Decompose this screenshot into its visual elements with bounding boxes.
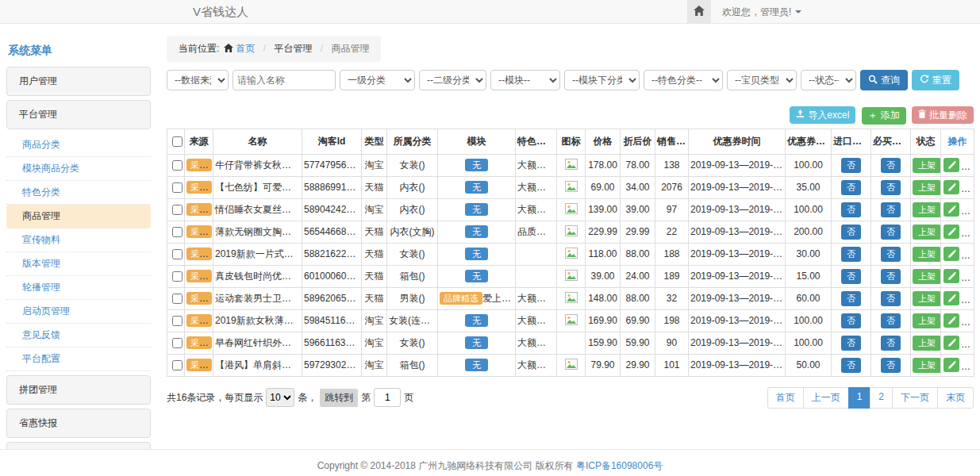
row-checkbox[interactable] bbox=[172, 271, 183, 282]
item-type-select[interactable]: --宝贝类型-- bbox=[727, 70, 797, 90]
status-button[interactable]: 上架 bbox=[913, 269, 941, 284]
user-menu[interactable]: 欢迎您，管理员! bbox=[722, 6, 801, 19]
status-button[interactable]: 上架 bbox=[913, 291, 941, 306]
import-select-toggle[interactable]: 否 bbox=[841, 202, 861, 217]
level1-category-select[interactable]: 一级分类 bbox=[340, 70, 415, 90]
edit-button[interactable] bbox=[943, 158, 959, 172]
edit-button[interactable] bbox=[943, 225, 959, 239]
edit-button[interactable] bbox=[943, 291, 959, 305]
status-button[interactable]: 上架 bbox=[913, 358, 941, 373]
row-checkbox[interactable] bbox=[172, 249, 183, 259]
page-button-末页[interactable]: 末页 bbox=[937, 387, 974, 409]
sidebar-item-意见反馈[interactable]: 意见反馈 bbox=[6, 324, 151, 347]
sidebar-section-拼团管理[interactable]: 拼团管理 bbox=[6, 375, 151, 405]
row-checkbox[interactable] bbox=[172, 316, 183, 326]
sidebar-section-用户管理[interactable]: 用户管理 bbox=[6, 67, 151, 96]
row-checkbox[interactable] bbox=[172, 205, 183, 215]
import-select-toggle[interactable]: 否 bbox=[841, 358, 861, 373]
import-excel-button[interactable]: 导入excel bbox=[790, 106, 855, 124]
row-checkbox[interactable] bbox=[172, 294, 183, 304]
row-checkbox[interactable] bbox=[172, 338, 183, 348]
sidebar-item-宣传物料[interactable]: 宣传物料 bbox=[6, 228, 151, 252]
status-button[interactable]: 上架 bbox=[913, 180, 941, 195]
module-none-badge[interactable]: 无 bbox=[465, 181, 488, 194]
row-checkbox[interactable] bbox=[172, 182, 183, 193]
edit-button[interactable] bbox=[943, 269, 959, 283]
module-subcategory-select[interactable]: --模块下分类-- bbox=[564, 70, 640, 90]
module-select[interactable]: --模块-- bbox=[490, 70, 560, 90]
data-source-select[interactable]: --数据来源-- bbox=[167, 70, 229, 90]
page-button-1[interactable]: 1 bbox=[848, 387, 871, 409]
row-checkbox[interactable] bbox=[172, 227, 183, 237]
import-select-toggle[interactable]: 否 bbox=[841, 336, 861, 351]
import-select-toggle[interactable]: 否 bbox=[841, 247, 861, 262]
row-checkbox[interactable] bbox=[172, 360, 183, 370]
must-buy-toggle[interactable]: 否 bbox=[881, 202, 901, 217]
sidebar-section-消息管理[interactable]: 消息管理 bbox=[6, 442, 151, 449]
page-button-2[interactable]: 2 bbox=[870, 387, 893, 409]
must-buy-toggle[interactable]: 否 bbox=[881, 180, 901, 195]
status-button[interactable]: 上架 bbox=[913, 202, 941, 217]
must-buy-toggle[interactable]: 否 bbox=[881, 313, 901, 328]
must-buy-toggle[interactable]: 否 bbox=[881, 336, 901, 351]
edit-button[interactable] bbox=[943, 358, 959, 372]
sidebar-item-启动页管理[interactable]: 启动页管理 bbox=[6, 300, 151, 324]
import-select-toggle[interactable]: 否 bbox=[841, 225, 861, 240]
edit-button[interactable] bbox=[943, 313, 959, 328]
status-button[interactable]: 上架 bbox=[913, 313, 941, 328]
edit-button[interactable] bbox=[943, 180, 959, 194]
page-number-input[interactable] bbox=[374, 388, 401, 407]
page-button-上一页[interactable]: 上一页 bbox=[803, 387, 849, 409]
edit-button[interactable] bbox=[943, 247, 959, 261]
search-button[interactable]: 查询 bbox=[860, 70, 908, 90]
import-select-toggle[interactable]: 否 bbox=[841, 313, 861, 328]
sidebar-item-模块商品分类[interactable]: 模块商品分类 bbox=[6, 157, 151, 181]
row-checkbox[interactable] bbox=[172, 160, 183, 171]
module-none-badge[interactable]: 无 bbox=[465, 270, 488, 282]
edit-button[interactable] bbox=[943, 202, 959, 217]
reset-button[interactable]: 重置 bbox=[912, 70, 959, 90]
sidebar-item-商品管理[interactable]: 商品管理 bbox=[6, 205, 151, 228]
module-none-badge[interactable]: 无 bbox=[465, 225, 488, 238]
sidebar-item-平台配置[interactable]: 平台配置 bbox=[6, 347, 151, 371]
sidebar-section-省惠快报[interactable]: 省惠快报 bbox=[6, 409, 151, 438]
home-button[interactable] bbox=[687, 0, 711, 24]
select-all-checkbox[interactable] bbox=[172, 136, 183, 147]
batch-delete-button[interactable]: 批量删除 bbox=[912, 106, 974, 124]
must-buy-toggle[interactable]: 否 bbox=[881, 158, 901, 173]
must-buy-toggle[interactable]: 否 bbox=[881, 247, 901, 262]
feature-category-select[interactable]: --特色分类-- bbox=[644, 70, 723, 90]
import-select-toggle[interactable]: 否 bbox=[841, 158, 861, 173]
per-page-select[interactable]: 10 bbox=[266, 388, 294, 407]
module-none-badge[interactable]: 无 bbox=[465, 359, 488, 371]
breadcrumb-home-link[interactable]: 首页 bbox=[236, 43, 255, 54]
sidebar-item-商品分类[interactable]: 商品分类 bbox=[6, 133, 151, 157]
sidebar-item-版本管理[interactable]: 版本管理 bbox=[6, 252, 151, 276]
page-button-首页[interactable]: 首页 bbox=[767, 387, 804, 409]
must-buy-toggle[interactable]: 否 bbox=[881, 358, 901, 373]
status-button[interactable]: 上架 bbox=[913, 336, 941, 351]
sidebar-section-平台管理[interactable]: 平台管理 bbox=[6, 100, 151, 129]
import-select-toggle[interactable]: 否 bbox=[841, 291, 861, 306]
icp-link[interactable]: 粤ICP备16098006号 bbox=[576, 460, 663, 471]
status-select[interactable]: --状态-- bbox=[801, 70, 856, 90]
status-button[interactable]: 上架 bbox=[913, 225, 941, 240]
module-none-badge[interactable]: 无 bbox=[465, 314, 488, 327]
jump-button[interactable]: 跳转到 bbox=[320, 389, 358, 407]
module-none-badge[interactable]: 无 bbox=[465, 248, 488, 260]
add-button[interactable]: ＋ 添加 bbox=[862, 107, 906, 125]
sidebar-item-轮播管理[interactable]: 轮播管理 bbox=[6, 276, 151, 300]
page-button-下一页[interactable]: 下一页 bbox=[892, 387, 938, 409]
import-select-toggle[interactable]: 否 bbox=[841, 180, 861, 195]
module-none-badge[interactable]: 无 bbox=[465, 159, 488, 171]
import-select-toggle[interactable]: 否 bbox=[841, 269, 861, 284]
name-input[interactable] bbox=[233, 70, 336, 90]
sidebar-item-特色分类[interactable]: 特色分类 bbox=[6, 181, 151, 205]
must-buy-toggle[interactable]: 否 bbox=[881, 269, 901, 284]
edit-button[interactable] bbox=[943, 336, 959, 350]
must-buy-toggle[interactable]: 否 bbox=[881, 225, 901, 240]
status-button[interactable]: 上架 bbox=[913, 158, 941, 173]
module-none-badge[interactable]: 无 bbox=[465, 203, 488, 216]
module-none-badge[interactable]: 无 bbox=[465, 336, 488, 349]
status-button[interactable]: 上架 bbox=[913, 247, 941, 262]
